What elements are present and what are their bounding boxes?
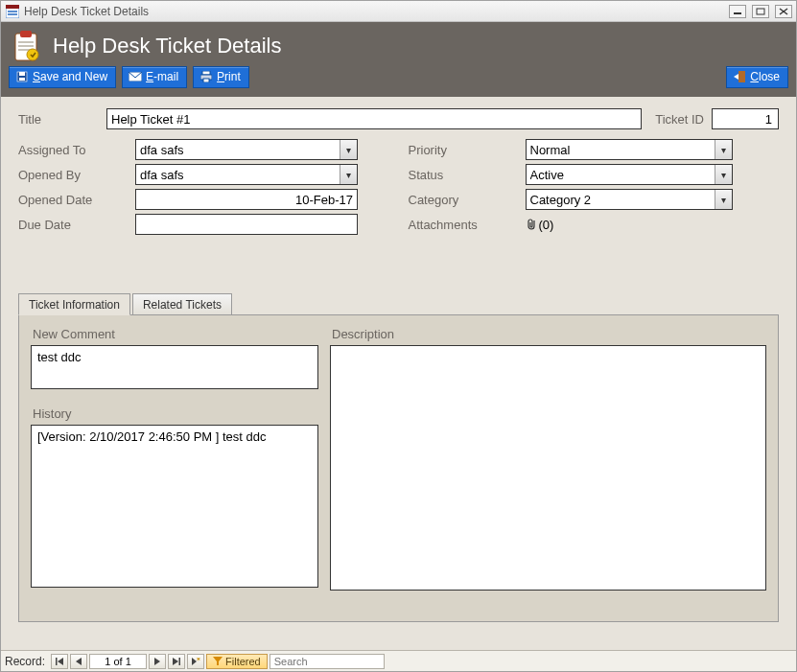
print-icon: [199, 70, 213, 83]
status-label: Status: [409, 168, 526, 182]
svg-rect-11: [18, 45, 34, 47]
restore-button[interactable]: [752, 5, 769, 18]
svg-marker-31: [213, 657, 223, 665]
print-label-rest: rint: [224, 70, 241, 83]
opened-by-combo[interactable]: [135, 164, 358, 185]
svg-rect-9: [20, 31, 32, 37]
svg-rect-23: [56, 658, 58, 665]
svg-rect-21: [738, 71, 745, 82]
svg-marker-22: [734, 74, 738, 80]
record-nav-bar: Record: ✶ Filtered: [1, 650, 796, 671]
door-close-icon: [733, 70, 746, 83]
title-input[interactable]: [106, 108, 642, 129]
status-combo[interactable]: [526, 164, 733, 185]
history-box[interactable]: [Version: 2/10/2017 2:46:50 PM ] test dd…: [31, 425, 318, 588]
print-accel: P: [217, 70, 224, 83]
print-button[interactable]: Print: [193, 66, 249, 88]
app-icon: [5, 4, 20, 19]
ticket-id-label: Ticket ID: [655, 112, 704, 127]
funnel-icon: [213, 657, 223, 666]
nav-last-button[interactable]: [168, 654, 185, 669]
svg-rect-10: [18, 41, 34, 43]
attachments-label: Attachments: [409, 218, 526, 232]
svg-text:✶: ✶: [196, 658, 200, 662]
save-label-rest: ave and New: [40, 70, 107, 83]
title-label: Title: [18, 112, 106, 127]
window-title: Help Desk Ticket Details: [24, 5, 149, 18]
svg-rect-1: [6, 5, 19, 9]
svg-rect-20: [203, 79, 209, 82]
tab-strip: Ticket Information Related Tickets: [18, 292, 779, 315]
new-comment-box[interactable]: test ddc: [31, 345, 318, 389]
nav-next-button[interactable]: [149, 654, 166, 669]
svg-marker-24: [58, 658, 63, 665]
close-button[interactable]: Close: [726, 66, 788, 88]
svg-rect-16: [19, 78, 25, 81]
clipboard-icon: [9, 29, 43, 63]
record-label: Record:: [5, 655, 45, 668]
priority-label: Priority: [409, 143, 526, 157]
form-body: Title Ticket ID Assigned To ▾: [1, 97, 796, 650]
svg-rect-28: [179, 658, 181, 665]
category-label: Category: [409, 193, 526, 207]
nav-first-button[interactable]: [51, 654, 68, 669]
email-label-rest: -mail: [153, 70, 178, 83]
opened-date-label: Opened Date: [18, 193, 135, 207]
svg-rect-18: [202, 71, 210, 75]
email-icon: [129, 70, 142, 83]
window-controls: [729, 5, 792, 18]
titlebar: Help Desk Ticket Details: [1, 1, 796, 22]
save-accel: S: [33, 70, 40, 83]
paperclip-icon: [526, 218, 537, 231]
close-accel: C: [750, 70, 759, 83]
svg-marker-25: [76, 658, 82, 665]
status-dropdown-button[interactable]: ▾: [715, 165, 732, 184]
assigned-to-combo[interactable]: [135, 139, 358, 160]
opened-date-field[interactable]: [135, 189, 358, 210]
svg-point-13: [27, 49, 38, 60]
email-accel: E: [146, 70, 153, 83]
nav-prev-button[interactable]: [70, 654, 87, 669]
save-icon: [15, 70, 29, 83]
filter-indicator[interactable]: Filtered: [206, 654, 268, 669]
form-header: Help Desk Ticket Details Save and New E-…: [1, 22, 796, 97]
filter-label: Filtered: [225, 656, 261, 667]
save-and-new-button[interactable]: Save and New: [9, 66, 116, 88]
opened-by-dropdown-button[interactable]: ▾: [340, 165, 357, 184]
opened-by-label: Opened By: [18, 168, 135, 182]
svg-rect-15: [19, 72, 25, 76]
assigned-to-dropdown-button[interactable]: ▾: [340, 140, 357, 159]
attachments-count: (0): [539, 218, 554, 232]
svg-marker-27: [173, 658, 178, 665]
close-window-button[interactable]: [775, 5, 792, 18]
history-label: History: [33, 406, 318, 421]
svg-marker-26: [154, 658, 160, 665]
svg-rect-4: [734, 12, 741, 14]
due-date-field[interactable]: [135, 214, 358, 235]
description-label: Description: [332, 327, 766, 341]
priority-dropdown-button[interactable]: ▾: [715, 140, 732, 159]
close-label-rest: lose: [759, 70, 780, 83]
description-box[interactable]: [330, 345, 766, 591]
page-title: Help Desk Ticket Details: [53, 34, 281, 58]
priority-combo[interactable]: [526, 139, 733, 160]
window-root: Help Desk Ticket Details Help Desk Tick: [0, 0, 797, 672]
due-date-label: Due Date: [18, 218, 135, 232]
category-combo[interactable]: [526, 189, 733, 210]
minimize-button[interactable]: [729, 5, 746, 18]
assigned-to-label: Assigned To: [18, 143, 135, 157]
svg-rect-3: [8, 13, 17, 15]
record-search-input[interactable]: [270, 654, 385, 669]
category-dropdown-button[interactable]: ▾: [715, 190, 732, 209]
attachments-field[interactable]: (0): [526, 218, 554, 232]
toolbar: Save and New E-mail Print Close: [9, 66, 788, 88]
new-comment-label: New Comment: [33, 327, 318, 341]
svg-rect-5: [757, 9, 764, 14]
tab-related-tickets[interactable]: Related Tickets: [132, 293, 232, 314]
nav-new-button[interactable]: ✶: [187, 654, 204, 669]
record-position-field[interactable]: [89, 654, 147, 669]
tab-ticket-information[interactable]: Ticket Information: [18, 293, 130, 315]
email-button[interactable]: E-mail: [122, 66, 187, 88]
svg-rect-2: [8, 11, 17, 12]
ticket-id-field[interactable]: [712, 108, 779, 129]
